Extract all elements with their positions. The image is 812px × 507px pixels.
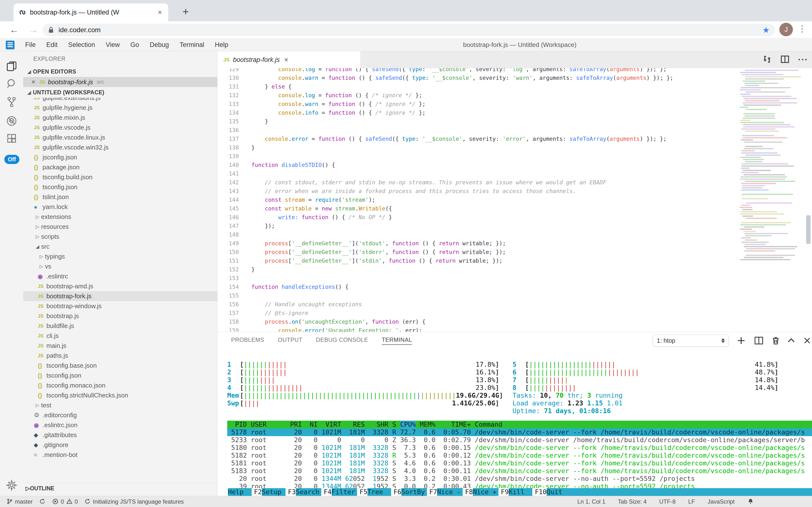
split-editor-icon[interactable] [780,54,790,65]
close-panel-icon[interactable] [802,336,812,346]
process-row[interactable]: 5181 root 20 0 1021M 181M 3328 S 4.6 0.6… [227,459,812,467]
menu-go[interactable]: Go [125,41,144,49]
terminal[interactable]: 1[|||||||||||17.8%]2[|||||||||||16.1%]3[… [227,349,812,496]
process-row[interactable]: 20 root 20 0 1344M 62052 1952 S 3.3 0.2 … [227,475,812,483]
fkey-f6[interactable]: F6 [391,488,401,496]
fkey-f9[interactable]: F9 [498,488,509,496]
new-terminal-icon[interactable] [736,336,747,346]
tree-item-bootstrap-amd.js[interactable]: JSbootstrap-amd.js [23,281,217,291]
tree-item-tsconfig.build.json[interactable]: {}tsconfig.build.json [23,172,217,182]
menu-file[interactable]: File [20,41,41,49]
panel-tab-terminal[interactable]: TERMINAL [382,336,412,345]
bell-icon[interactable] [747,498,754,505]
terminal-select[interactable]: 1: htop [653,335,729,347]
tree-item-tsconfig.json[interactable]: {}tsconfig.json [23,371,217,381]
tree-item-.eslintrc[interactable]: ◉.eslintrc [23,271,217,281]
status-tab-size-4[interactable]: Tab Size: 4 [618,498,647,505]
open-editor-item[interactable]: × JS bootstrap-fork.js src [23,77,217,87]
search-icon[interactable] [6,78,17,90]
workspace-section[interactable]: ◢ UNTITLED (WORKSPACE) [23,87,217,98]
git-branch-indicator[interactable]: master [6,498,33,505]
process-row[interactable]: 5233 root 20 0 0 0 0 Z 36.3 0.0 0:02.79 … [227,436,812,444]
tree-item-bootstrap-fork.js[interactable]: JSbootstrap-fork.js [23,291,217,301]
fkey-label[interactable]: Setup [262,488,286,496]
tree-item-typings[interactable]: ▷typings [23,251,217,262]
fkey-label[interactable]: SortBy [401,488,427,496]
tree-item-gulpfile.vscode.linux.js[interactable]: JSgulpfile.vscode.linux.js [23,132,217,143]
fkey-f10[interactable]: F10 [532,488,547,496]
tree-item-scripts[interactable]: ▷scripts [23,232,217,242]
extensions-icon[interactable] [6,132,17,144]
fkey-label[interactable]: Kill [509,488,532,496]
minimap[interactable] [740,70,803,263]
tree-item-cli.js[interactable]: JScli.js [23,331,217,341]
fkey-f3[interactable]: F3 [286,488,296,496]
fkey-f8[interactable]: F8 [463,488,473,496]
outline-section[interactable]: ▷ OUTLINE [23,483,217,494]
tree-item-.gitignore[interactable]: ◆.gitignore [23,440,217,450]
explorer-icon[interactable] [6,60,17,72]
tree-item-tsconfig.strictNullChecks.json[interactable]: {}tsconfig.strictNullChecks.json [23,390,217,400]
process-row[interactable]: 5182 root 20 0 1021M 181M 3328 R 5.3 0.6… [227,452,812,459]
split-terminal-icon[interactable] [754,336,764,346]
fkey-label[interactable]: Tree [367,488,391,496]
editor-scrollbar[interactable] [806,215,811,244]
htop-table-header[interactable]: PID USER PRI NI VIRT RES SHR S CPU% MEM%… [227,420,812,429]
tree-item-gulpfile.vscode.js[interactable]: JSgulpfile.vscode.js [23,123,217,132]
source-control-icon[interactable] [6,96,17,108]
tree-item-package.json[interactable]: {}package.json [23,162,217,172]
avatar[interactable]: J [779,23,793,36]
tree-item-bootstrap.js[interactable]: JSbootstrap.js [23,311,217,321]
bookmark-star-icon[interactable]: ★ [762,25,770,35]
tree-item-gulpfile.hygiene.js[interactable]: JSgulpfile.hygiene.js [23,103,217,113]
status-lf[interactable]: LF [688,498,695,505]
fkey-f4[interactable]: F4 [321,488,332,496]
tree-item-gulpfile.mixin.js[interactable]: JSgulpfile.mixin.js [23,113,217,123]
fkey-label[interactable]: Search [296,488,321,496]
fkey-f7[interactable]: F7 [427,488,437,496]
back-icon[interactable]: ← [9,25,19,35]
tree-item-tsconfig.monaco.json[interactable]: {}tsconfig.monaco.json [23,381,217,390]
tree-item-test[interactable]: ▷test [23,400,217,410]
toggle-layout-icon[interactable] [762,54,772,65]
tree-item-.mention-bot[interactable]: ≡.mention-bot [23,450,217,460]
kill-terminal-icon[interactable] [771,336,781,346]
menu-terminal[interactable]: Terminal [174,41,209,49]
process-row[interactable]: 5178 root 20 0 1021M 181M 3328 R 72.7 0.… [227,429,812,436]
browser-menu-icon[interactable]: ⋮ [798,24,806,34]
fkey-label[interactable]: Filter [332,488,357,496]
process-row[interactable]: 5183 root 20 0 1021M 181M 3328 S 4.0 0.6… [227,467,812,475]
settings-gear-icon[interactable] [6,480,17,491]
tree-item-src[interactable]: ◢src [23,242,217,251]
menu-selection[interactable]: Selection [63,41,100,49]
browser-tab[interactable]: bootstrap-fork.js — Untitled (W × [13,3,168,21]
tree-item-gulpfile.vscode.win32.js[interactable]: JSgulpfile.vscode.win32.js [23,143,217,152]
process-row[interactable]: 5180 root 20 0 1021M 181M 3328 S 7.3 0.6… [227,444,812,452]
close-icon[interactable]: × [32,78,35,86]
status-javascript[interactable]: JavaScript [707,498,735,505]
tree-item-.eslintrc.json[interactable]: ◉.eslintrc.json [23,420,217,430]
sync-button[interactable] [39,498,46,505]
address-bar[interactable]: ide.coder.com ★ [43,24,775,36]
tree-item-vs[interactable]: ▷vs [23,262,217,271]
maximize-panel-icon[interactable] [786,336,797,346]
code-editor[interactable]: 129 console.log = function () { safeSend… [217,68,812,332]
new-tab-button[interactable]: + [179,5,192,19]
collaboration-off-badge[interactable]: Off [4,155,19,164]
tree-item-paths.js[interactable]: JSpaths.js [23,351,217,361]
tree-item-resources[interactable]: ▷resources [23,222,217,232]
panel-tab-problems[interactable]: PROBLEMS [231,336,264,345]
tree-item-extensions[interactable]: ▷extensions [23,212,217,222]
tree-item-bootstrap-window.js[interactable]: JSbootstrap-window.js [23,301,217,311]
status-ln-1-col-1[interactable]: Ln 1, Col 1 [577,498,605,505]
forward-icon[interactable]: → [28,25,39,35]
open-editors-section[interactable]: ◢ OPEN EDITORS [23,66,217,77]
panel-tab-output[interactable]: OUTPUT [278,336,302,345]
tree-item-tsconfig.json[interactable]: {}tsconfig.json [23,182,217,192]
editor-tab[interactable]: JS bootstrap-fork.js × [217,51,360,68]
more-actions-icon[interactable]: ··· [798,55,808,65]
tree-item-tslint.json[interactable]: {}tslint.json [23,192,217,202]
problems-indicator[interactable]: 0 0 [52,498,78,505]
fkey-label[interactable]: Nice - [437,488,463,496]
tree-item-.gitattributes[interactable]: ◆.gitattributes [23,430,217,440]
